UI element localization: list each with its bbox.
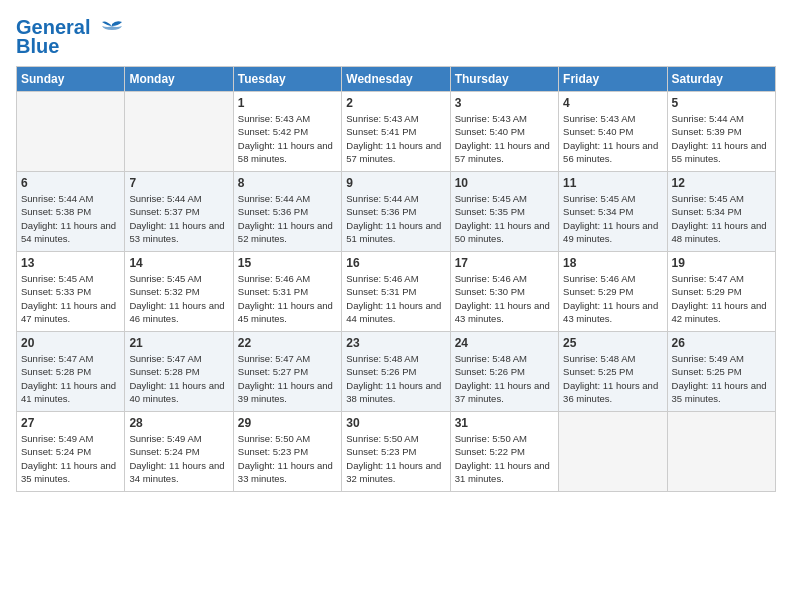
header-row: SundayMondayTuesdayWednesdayThursdayFrid… [17,67,776,92]
week-row-3: 13Sunrise: 5:45 AM Sunset: 5:33 PM Dayli… [17,252,776,332]
day-info: Sunrise: 5:43 AM Sunset: 5:42 PM Dayligh… [238,112,337,165]
calendar-cell: 3Sunrise: 5:43 AM Sunset: 5:40 PM Daylig… [450,92,558,172]
day-info: Sunrise: 5:48 AM Sunset: 5:26 PM Dayligh… [455,352,554,405]
day-info: Sunrise: 5:47 AM Sunset: 5:27 PM Dayligh… [238,352,337,405]
day-number: 31 [455,416,554,430]
calendar-cell: 28Sunrise: 5:49 AM Sunset: 5:24 PM Dayli… [125,412,233,492]
day-info: Sunrise: 5:46 AM Sunset: 5:30 PM Dayligh… [455,272,554,325]
day-info: Sunrise: 5:45 AM Sunset: 5:34 PM Dayligh… [672,192,771,245]
day-info: Sunrise: 5:45 AM Sunset: 5:32 PM Dayligh… [129,272,228,325]
calendar-cell: 24Sunrise: 5:48 AM Sunset: 5:26 PM Dayli… [450,332,558,412]
calendar-cell: 10Sunrise: 5:45 AM Sunset: 5:35 PM Dayli… [450,172,558,252]
calendar-cell: 17Sunrise: 5:46 AM Sunset: 5:30 PM Dayli… [450,252,558,332]
day-number: 17 [455,256,554,270]
day-info: Sunrise: 5:46 AM Sunset: 5:31 PM Dayligh… [346,272,445,325]
calendar-cell: 19Sunrise: 5:47 AM Sunset: 5:29 PM Dayli… [667,252,775,332]
calendar-table: SundayMondayTuesdayWednesdayThursdayFrid… [16,66,776,492]
day-number: 27 [21,416,120,430]
day-info: Sunrise: 5:47 AM Sunset: 5:28 PM Dayligh… [129,352,228,405]
weekday-header-friday: Friday [559,67,667,92]
day-number: 19 [672,256,771,270]
weekday-header-wednesday: Wednesday [342,67,450,92]
calendar-cell: 6Sunrise: 5:44 AM Sunset: 5:38 PM Daylig… [17,172,125,252]
day-number: 10 [455,176,554,190]
day-info: Sunrise: 5:48 AM Sunset: 5:26 PM Dayligh… [346,352,445,405]
day-info: Sunrise: 5:50 AM Sunset: 5:23 PM Dayligh… [238,432,337,485]
day-info: Sunrise: 5:44 AM Sunset: 5:39 PM Dayligh… [672,112,771,165]
calendar-cell: 21Sunrise: 5:47 AM Sunset: 5:28 PM Dayli… [125,332,233,412]
day-number: 20 [21,336,120,350]
logo: General Blue [16,16,126,58]
day-number: 8 [238,176,337,190]
calendar-cell: 12Sunrise: 5:45 AM Sunset: 5:34 PM Dayli… [667,172,775,252]
calendar-cell: 20Sunrise: 5:47 AM Sunset: 5:28 PM Dayli… [17,332,125,412]
calendar-cell: 1Sunrise: 5:43 AM Sunset: 5:42 PM Daylig… [233,92,341,172]
weekday-header-monday: Monday [125,67,233,92]
day-number: 18 [563,256,662,270]
calendar-cell: 7Sunrise: 5:44 AM Sunset: 5:37 PM Daylig… [125,172,233,252]
weekday-header-thursday: Thursday [450,67,558,92]
calendar-cell: 18Sunrise: 5:46 AM Sunset: 5:29 PM Dayli… [559,252,667,332]
calendar-cell: 4Sunrise: 5:43 AM Sunset: 5:40 PM Daylig… [559,92,667,172]
bird-icon [98,20,126,38]
day-number: 6 [21,176,120,190]
day-info: Sunrise: 5:45 AM Sunset: 5:35 PM Dayligh… [455,192,554,245]
day-info: Sunrise: 5:49 AM Sunset: 5:25 PM Dayligh… [672,352,771,405]
calendar-cell: 31Sunrise: 5:50 AM Sunset: 5:22 PM Dayli… [450,412,558,492]
day-info: Sunrise: 5:49 AM Sunset: 5:24 PM Dayligh… [129,432,228,485]
day-number: 11 [563,176,662,190]
weekday-header-saturday: Saturday [667,67,775,92]
day-info: Sunrise: 5:43 AM Sunset: 5:40 PM Dayligh… [455,112,554,165]
calendar-cell: 16Sunrise: 5:46 AM Sunset: 5:31 PM Dayli… [342,252,450,332]
day-number: 2 [346,96,445,110]
day-number: 29 [238,416,337,430]
day-info: Sunrise: 5:46 AM Sunset: 5:29 PM Dayligh… [563,272,662,325]
calendar-cell [559,412,667,492]
calendar-cell: 5Sunrise: 5:44 AM Sunset: 5:39 PM Daylig… [667,92,775,172]
weekday-header-tuesday: Tuesday [233,67,341,92]
calendar-cell [667,412,775,492]
week-row-2: 6Sunrise: 5:44 AM Sunset: 5:38 PM Daylig… [17,172,776,252]
day-number: 24 [455,336,554,350]
day-info: Sunrise: 5:44 AM Sunset: 5:36 PM Dayligh… [346,192,445,245]
day-number: 1 [238,96,337,110]
day-info: Sunrise: 5:44 AM Sunset: 5:36 PM Dayligh… [238,192,337,245]
day-number: 23 [346,336,445,350]
day-number: 5 [672,96,771,110]
day-number: 9 [346,176,445,190]
day-number: 22 [238,336,337,350]
calendar-cell: 14Sunrise: 5:45 AM Sunset: 5:32 PM Dayli… [125,252,233,332]
day-number: 13 [21,256,120,270]
day-number: 15 [238,256,337,270]
page-header: General Blue [16,16,776,58]
day-info: Sunrise: 5:43 AM Sunset: 5:41 PM Dayligh… [346,112,445,165]
calendar-cell: 11Sunrise: 5:45 AM Sunset: 5:34 PM Dayli… [559,172,667,252]
weekday-header-sunday: Sunday [17,67,125,92]
day-info: Sunrise: 5:46 AM Sunset: 5:31 PM Dayligh… [238,272,337,325]
day-number: 4 [563,96,662,110]
day-number: 3 [455,96,554,110]
calendar-cell: 22Sunrise: 5:47 AM Sunset: 5:27 PM Dayli… [233,332,341,412]
day-info: Sunrise: 5:50 AM Sunset: 5:22 PM Dayligh… [455,432,554,485]
calendar-cell [17,92,125,172]
week-row-5: 27Sunrise: 5:49 AM Sunset: 5:24 PM Dayli… [17,412,776,492]
day-info: Sunrise: 5:44 AM Sunset: 5:37 PM Dayligh… [129,192,228,245]
logo-blue: Blue [16,35,59,58]
day-info: Sunrise: 5:44 AM Sunset: 5:38 PM Dayligh… [21,192,120,245]
calendar-cell: 29Sunrise: 5:50 AM Sunset: 5:23 PM Dayli… [233,412,341,492]
day-number: 12 [672,176,771,190]
day-number: 16 [346,256,445,270]
calendar-cell: 13Sunrise: 5:45 AM Sunset: 5:33 PM Dayli… [17,252,125,332]
day-number: 28 [129,416,228,430]
day-number: 25 [563,336,662,350]
week-row-4: 20Sunrise: 5:47 AM Sunset: 5:28 PM Dayli… [17,332,776,412]
day-number: 14 [129,256,228,270]
day-info: Sunrise: 5:48 AM Sunset: 5:25 PM Dayligh… [563,352,662,405]
calendar-cell: 2Sunrise: 5:43 AM Sunset: 5:41 PM Daylig… [342,92,450,172]
day-info: Sunrise: 5:49 AM Sunset: 5:24 PM Dayligh… [21,432,120,485]
calendar-cell: 26Sunrise: 5:49 AM Sunset: 5:25 PM Dayli… [667,332,775,412]
calendar-cell: 9Sunrise: 5:44 AM Sunset: 5:36 PM Daylig… [342,172,450,252]
day-info: Sunrise: 5:47 AM Sunset: 5:29 PM Dayligh… [672,272,771,325]
day-info: Sunrise: 5:45 AM Sunset: 5:34 PM Dayligh… [563,192,662,245]
day-number: 26 [672,336,771,350]
